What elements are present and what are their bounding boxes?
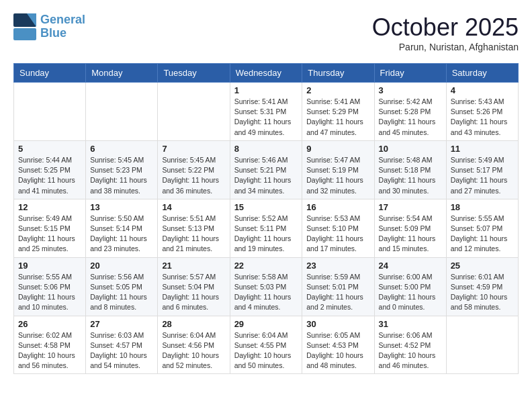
day-number: 21 — [162, 261, 225, 271]
calendar-cell: 31Sunrise: 6:06 AM Sunset: 4:52 PM Dayli… — [374, 316, 446, 374]
day-number: 25 — [451, 261, 514, 271]
weekday-header-wednesday: Wednesday — [230, 64, 302, 83]
calendar-cell: 19Sunrise: 5:55 AM Sunset: 5:06 PM Dayli… — [14, 257, 86, 316]
calendar-cell: 2Sunrise: 5:41 AM Sunset: 5:29 PM Daylig… — [302, 83, 374, 141]
day-info: Sunrise: 5:49 AM Sunset: 5:15 PM Dayligh… — [18, 214, 81, 255]
day-number: 23 — [306, 261, 369, 271]
day-number: 1 — [234, 85, 298, 95]
day-number: 9 — [306, 144, 369, 154]
day-info: Sunrise: 5:57 AM Sunset: 5:04 PM Dayligh… — [162, 272, 225, 313]
calendar-cell: 18Sunrise: 5:55 AM Sunset: 5:07 PM Dayli… — [446, 199, 518, 257]
day-info: Sunrise: 5:42 AM Sunset: 5:28 PM Dayligh… — [379, 97, 442, 138]
day-number: 31 — [379, 319, 442, 329]
day-number: 16 — [306, 202, 369, 212]
day-info: Sunrise: 5:51 AM Sunset: 5:13 PM Dayligh… — [162, 214, 225, 255]
day-number: 4 — [451, 85, 514, 95]
day-info: Sunrise: 5:55 AM Sunset: 5:07 PM Dayligh… — [451, 214, 514, 255]
day-info: Sunrise: 5:58 AM Sunset: 5:03 PM Dayligh… — [234, 272, 298, 313]
calendar-cell: 7Sunrise: 5:45 AM Sunset: 5:22 PM Daylig… — [158, 140, 230, 199]
calendar-cell: 28Sunrise: 6:04 AM Sunset: 4:56 PM Dayli… — [158, 316, 230, 374]
day-number: 22 — [234, 261, 298, 271]
day-info: Sunrise: 5:41 AM Sunset: 5:29 PM Dayligh… — [306, 97, 369, 138]
weekday-header-monday: Monday — [86, 64, 158, 83]
calendar-cell: 11Sunrise: 5:49 AM Sunset: 5:17 PM Dayli… — [446, 140, 518, 199]
day-number: 19 — [18, 261, 81, 271]
weekday-header-row: SundayMondayTuesdayWednesdayThursdayFrid… — [14, 64, 519, 83]
day-info: Sunrise: 5:48 AM Sunset: 5:18 PM Dayligh… — [379, 155, 442, 196]
day-info: Sunrise: 6:00 AM Sunset: 5:00 PM Dayligh… — [379, 272, 442, 313]
day-info: Sunrise: 5:53 AM Sunset: 5:10 PM Dayligh… — [306, 214, 369, 255]
day-info: Sunrise: 5:59 AM Sunset: 5:01 PM Dayligh… — [306, 272, 369, 313]
calendar-cell: 29Sunrise: 6:04 AM Sunset: 4:55 PM Dayli… — [230, 316, 302, 374]
day-info: Sunrise: 5:56 AM Sunset: 5:05 PM Dayligh… — [90, 272, 153, 313]
calendar-table: SundayMondayTuesdayWednesdayThursdayFrid… — [13, 63, 519, 374]
day-number: 13 — [90, 202, 153, 212]
day-number: 15 — [234, 202, 298, 212]
weekday-header-sunday: Sunday — [14, 64, 86, 83]
day-number: 3 — [379, 85, 442, 95]
week-row-3: 12Sunrise: 5:49 AM Sunset: 5:15 PM Dayli… — [14, 199, 519, 257]
calendar-cell: 24Sunrise: 6:00 AM Sunset: 5:00 PM Dayli… — [374, 257, 446, 316]
week-row-4: 19Sunrise: 5:55 AM Sunset: 5:06 PM Dayli… — [14, 257, 519, 316]
weekday-header-friday: Friday — [374, 64, 446, 83]
day-number: 12 — [18, 202, 81, 212]
calendar-cell: 10Sunrise: 5:48 AM Sunset: 5:18 PM Dayli… — [374, 140, 446, 199]
day-info: Sunrise: 5:47 AM Sunset: 5:19 PM Dayligh… — [306, 155, 369, 196]
month-title: October 2025 — [372, 13, 519, 42]
day-info: Sunrise: 6:06 AM Sunset: 4:52 PM Dayligh… — [379, 330, 442, 371]
calendar-cell: 16Sunrise: 5:53 AM Sunset: 5:10 PM Dayli… — [302, 199, 374, 257]
day-info: Sunrise: 6:01 AM Sunset: 4:59 PM Dayligh… — [451, 272, 514, 313]
calendar-cell: 6Sunrise: 5:45 AM Sunset: 5:23 PM Daylig… — [86, 140, 158, 199]
day-info: Sunrise: 5:45 AM Sunset: 5:23 PM Dayligh… — [90, 155, 153, 196]
day-info: Sunrise: 5:43 AM Sunset: 5:26 PM Dayligh… — [451, 97, 514, 138]
calendar-cell: 12Sunrise: 5:49 AM Sunset: 5:15 PM Dayli… — [14, 199, 86, 257]
day-number: 14 — [162, 202, 225, 212]
day-info: Sunrise: 5:41 AM Sunset: 5:31 PM Dayligh… — [234, 97, 298, 138]
calendar-cell: 26Sunrise: 6:02 AM Sunset: 4:58 PM Dayli… — [14, 316, 86, 374]
location: Parun, Nuristan, Afghanistan — [372, 42, 519, 52]
calendar-cell — [446, 316, 518, 374]
day-info: Sunrise: 5:54 AM Sunset: 5:09 PM Dayligh… — [379, 214, 442, 255]
calendar-cell: 21Sunrise: 5:57 AM Sunset: 5:04 PM Dayli… — [158, 257, 230, 316]
day-info: Sunrise: 5:49 AM Sunset: 5:17 PM Dayligh… — [451, 155, 514, 196]
day-number: 2 — [306, 85, 369, 95]
calendar-cell — [158, 83, 230, 141]
day-number: 8 — [234, 144, 298, 154]
day-number: 27 — [90, 319, 153, 329]
calendar-cell: 14Sunrise: 5:51 AM Sunset: 5:13 PM Dayli… — [158, 199, 230, 257]
calendar-cell: 8Sunrise: 5:46 AM Sunset: 5:21 PM Daylig… — [230, 140, 302, 199]
calendar-cell: 30Sunrise: 6:05 AM Sunset: 4:53 PM Dayli… — [302, 316, 374, 374]
day-number: 26 — [18, 319, 81, 329]
day-number: 24 — [379, 261, 442, 271]
day-info: Sunrise: 5:44 AM Sunset: 5:25 PM Dayligh… — [18, 155, 81, 196]
day-info: Sunrise: 6:03 AM Sunset: 4:57 PM Dayligh… — [90, 330, 153, 371]
calendar-cell: 15Sunrise: 5:52 AM Sunset: 5:11 PM Dayli… — [230, 199, 302, 257]
calendar-cell: 27Sunrise: 6:03 AM Sunset: 4:57 PM Dayli… — [86, 316, 158, 374]
day-info: Sunrise: 6:05 AM Sunset: 4:53 PM Dayligh… — [306, 330, 369, 371]
week-row-5: 26Sunrise: 6:02 AM Sunset: 4:58 PM Dayli… — [14, 316, 519, 374]
calendar-cell: 25Sunrise: 6:01 AM Sunset: 4:59 PM Dayli… — [446, 257, 518, 316]
calendar-cell: 22Sunrise: 5:58 AM Sunset: 5:03 PM Dayli… — [230, 257, 302, 316]
day-number: 30 — [306, 319, 369, 329]
day-number: 11 — [451, 144, 514, 154]
page-header: General Blue October 2025 Parun, Nurista… — [13, 13, 519, 52]
day-info: Sunrise: 6:02 AM Sunset: 4:58 PM Dayligh… — [18, 330, 81, 371]
calendar-cell: 23Sunrise: 5:59 AM Sunset: 5:01 PM Dayli… — [302, 257, 374, 316]
day-number: 29 — [234, 319, 298, 329]
logo-text: General — [40, 13, 85, 27]
calendar-cell: 3Sunrise: 5:42 AM Sunset: 5:28 PM Daylig… — [374, 83, 446, 141]
weekday-header-tuesday: Tuesday — [158, 64, 230, 83]
calendar-cell: 20Sunrise: 5:56 AM Sunset: 5:05 PM Dayli… — [86, 257, 158, 316]
calendar-cell: 5Sunrise: 5:44 AM Sunset: 5:25 PM Daylig… — [14, 140, 86, 199]
svg-rect-2 — [13, 28, 36, 40]
logo-subtext: Blue — [40, 27, 85, 40]
day-info: Sunrise: 6:04 AM Sunset: 4:56 PM Dayligh… — [162, 330, 225, 371]
calendar-cell: 1Sunrise: 5:41 AM Sunset: 5:31 PM Daylig… — [230, 83, 302, 141]
day-number: 28 — [162, 319, 225, 329]
weekday-header-thursday: Thursday — [302, 64, 374, 83]
day-info: Sunrise: 5:45 AM Sunset: 5:22 PM Dayligh… — [162, 155, 225, 196]
day-number: 17 — [379, 202, 442, 212]
calendar-cell: 4Sunrise: 5:43 AM Sunset: 5:26 PM Daylig… — [446, 83, 518, 141]
day-number: 7 — [162, 144, 225, 154]
title-block: October 2025 Parun, Nuristan, Afghanista… — [372, 13, 519, 52]
